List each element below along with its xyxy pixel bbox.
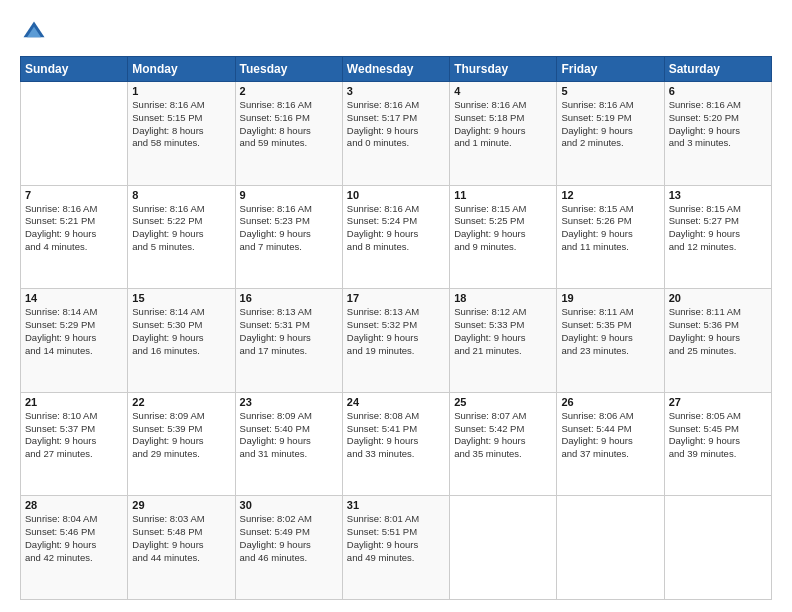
day-number: 6: [669, 85, 767, 97]
calendar-header-wednesday: Wednesday: [342, 57, 449, 82]
calendar-cell: 21Sunrise: 8:10 AMSunset: 5:37 PMDayligh…: [21, 392, 128, 496]
day-number: 16: [240, 292, 338, 304]
day-number: 17: [347, 292, 445, 304]
calendar-cell: 1Sunrise: 8:16 AMSunset: 5:15 PMDaylight…: [128, 82, 235, 186]
day-number: 25: [454, 396, 552, 408]
cell-info: Sunrise: 8:16 AMSunset: 5:17 PMDaylight:…: [347, 99, 445, 150]
cell-info: Sunrise: 8:10 AMSunset: 5:37 PMDaylight:…: [25, 410, 123, 461]
calendar-cell: 5Sunrise: 8:16 AMSunset: 5:19 PMDaylight…: [557, 82, 664, 186]
logo: [20, 18, 52, 46]
calendar-cell: 22Sunrise: 8:09 AMSunset: 5:39 PMDayligh…: [128, 392, 235, 496]
day-number: 14: [25, 292, 123, 304]
cell-info: Sunrise: 8:16 AMSunset: 5:24 PMDaylight:…: [347, 203, 445, 254]
calendar-cell: 20Sunrise: 8:11 AMSunset: 5:36 PMDayligh…: [664, 289, 771, 393]
calendar-header-tuesday: Tuesday: [235, 57, 342, 82]
day-number: 2: [240, 85, 338, 97]
calendar-cell: 2Sunrise: 8:16 AMSunset: 5:16 PMDaylight…: [235, 82, 342, 186]
calendar-cell: [450, 496, 557, 600]
calendar-cell: 17Sunrise: 8:13 AMSunset: 5:32 PMDayligh…: [342, 289, 449, 393]
calendar-cell: 19Sunrise: 8:11 AMSunset: 5:35 PMDayligh…: [557, 289, 664, 393]
calendar-cell: 16Sunrise: 8:13 AMSunset: 5:31 PMDayligh…: [235, 289, 342, 393]
calendar-cell: [664, 496, 771, 600]
calendar-header-monday: Monday: [128, 57, 235, 82]
cell-info: Sunrise: 8:11 AMSunset: 5:35 PMDaylight:…: [561, 306, 659, 357]
cell-info: Sunrise: 8:08 AMSunset: 5:41 PMDaylight:…: [347, 410, 445, 461]
calendar-cell: 13Sunrise: 8:15 AMSunset: 5:27 PMDayligh…: [664, 185, 771, 289]
cell-info: Sunrise: 8:06 AMSunset: 5:44 PMDaylight:…: [561, 410, 659, 461]
calendar-cell: 10Sunrise: 8:16 AMSunset: 5:24 PMDayligh…: [342, 185, 449, 289]
day-number: 8: [132, 189, 230, 201]
calendar-table: SundayMondayTuesdayWednesdayThursdayFrid…: [20, 56, 772, 600]
day-number: 23: [240, 396, 338, 408]
calendar-week-row: 7Sunrise: 8:16 AMSunset: 5:21 PMDaylight…: [21, 185, 772, 289]
calendar-cell: 9Sunrise: 8:16 AMSunset: 5:23 PMDaylight…: [235, 185, 342, 289]
calendar-cell: 26Sunrise: 8:06 AMSunset: 5:44 PMDayligh…: [557, 392, 664, 496]
calendar-cell: [21, 82, 128, 186]
cell-info: Sunrise: 8:16 AMSunset: 5:21 PMDaylight:…: [25, 203, 123, 254]
calendar-week-row: 14Sunrise: 8:14 AMSunset: 5:29 PMDayligh…: [21, 289, 772, 393]
calendar-cell: 25Sunrise: 8:07 AMSunset: 5:42 PMDayligh…: [450, 392, 557, 496]
cell-info: Sunrise: 8:07 AMSunset: 5:42 PMDaylight:…: [454, 410, 552, 461]
cell-info: Sunrise: 8:15 AMSunset: 5:26 PMDaylight:…: [561, 203, 659, 254]
day-number: 20: [669, 292, 767, 304]
calendar-week-row: 1Sunrise: 8:16 AMSunset: 5:15 PMDaylight…: [21, 82, 772, 186]
calendar-cell: 3Sunrise: 8:16 AMSunset: 5:17 PMDaylight…: [342, 82, 449, 186]
cell-info: Sunrise: 8:16 AMSunset: 5:20 PMDaylight:…: [669, 99, 767, 150]
calendar-cell: 11Sunrise: 8:15 AMSunset: 5:25 PMDayligh…: [450, 185, 557, 289]
day-number: 19: [561, 292, 659, 304]
cell-info: Sunrise: 8:01 AMSunset: 5:51 PMDaylight:…: [347, 513, 445, 564]
header: [20, 18, 772, 46]
calendar-header-saturday: Saturday: [664, 57, 771, 82]
cell-info: Sunrise: 8:16 AMSunset: 5:22 PMDaylight:…: [132, 203, 230, 254]
calendar-header-thursday: Thursday: [450, 57, 557, 82]
calendar-cell: 24Sunrise: 8:08 AMSunset: 5:41 PMDayligh…: [342, 392, 449, 496]
calendar-cell: 28Sunrise: 8:04 AMSunset: 5:46 PMDayligh…: [21, 496, 128, 600]
day-number: 9: [240, 189, 338, 201]
calendar-cell: 30Sunrise: 8:02 AMSunset: 5:49 PMDayligh…: [235, 496, 342, 600]
logo-icon: [20, 18, 48, 46]
day-number: 11: [454, 189, 552, 201]
calendar-header-friday: Friday: [557, 57, 664, 82]
cell-info: Sunrise: 8:16 AMSunset: 5:23 PMDaylight:…: [240, 203, 338, 254]
cell-info: Sunrise: 8:03 AMSunset: 5:48 PMDaylight:…: [132, 513, 230, 564]
cell-info: Sunrise: 8:16 AMSunset: 5:15 PMDaylight:…: [132, 99, 230, 150]
calendar-cell: 12Sunrise: 8:15 AMSunset: 5:26 PMDayligh…: [557, 185, 664, 289]
cell-info: Sunrise: 8:11 AMSunset: 5:36 PMDaylight:…: [669, 306, 767, 357]
page: SundayMondayTuesdayWednesdayThursdayFrid…: [0, 0, 792, 612]
cell-info: Sunrise: 8:15 AMSunset: 5:25 PMDaylight:…: [454, 203, 552, 254]
day-number: 22: [132, 396, 230, 408]
cell-info: Sunrise: 8:14 AMSunset: 5:30 PMDaylight:…: [132, 306, 230, 357]
day-number: 18: [454, 292, 552, 304]
cell-info: Sunrise: 8:16 AMSunset: 5:18 PMDaylight:…: [454, 99, 552, 150]
calendar-cell: 14Sunrise: 8:14 AMSunset: 5:29 PMDayligh…: [21, 289, 128, 393]
calendar-week-row: 28Sunrise: 8:04 AMSunset: 5:46 PMDayligh…: [21, 496, 772, 600]
calendar-cell: 4Sunrise: 8:16 AMSunset: 5:18 PMDaylight…: [450, 82, 557, 186]
day-number: 31: [347, 499, 445, 511]
cell-info: Sunrise: 8:13 AMSunset: 5:31 PMDaylight:…: [240, 306, 338, 357]
calendar-cell: 27Sunrise: 8:05 AMSunset: 5:45 PMDayligh…: [664, 392, 771, 496]
cell-info: Sunrise: 8:05 AMSunset: 5:45 PMDaylight:…: [669, 410, 767, 461]
cell-info: Sunrise: 8:02 AMSunset: 5:49 PMDaylight:…: [240, 513, 338, 564]
calendar-header-sunday: Sunday: [21, 57, 128, 82]
day-number: 3: [347, 85, 445, 97]
day-number: 30: [240, 499, 338, 511]
day-number: 13: [669, 189, 767, 201]
calendar-cell: 31Sunrise: 8:01 AMSunset: 5:51 PMDayligh…: [342, 496, 449, 600]
calendar-cell: 7Sunrise: 8:16 AMSunset: 5:21 PMDaylight…: [21, 185, 128, 289]
calendar-cell: 8Sunrise: 8:16 AMSunset: 5:22 PMDaylight…: [128, 185, 235, 289]
cell-info: Sunrise: 8:09 AMSunset: 5:40 PMDaylight:…: [240, 410, 338, 461]
calendar-week-row: 21Sunrise: 8:10 AMSunset: 5:37 PMDayligh…: [21, 392, 772, 496]
day-number: 5: [561, 85, 659, 97]
calendar-cell: 18Sunrise: 8:12 AMSunset: 5:33 PMDayligh…: [450, 289, 557, 393]
calendar-cell: 15Sunrise: 8:14 AMSunset: 5:30 PMDayligh…: [128, 289, 235, 393]
cell-info: Sunrise: 8:09 AMSunset: 5:39 PMDaylight:…: [132, 410, 230, 461]
cell-info: Sunrise: 8:14 AMSunset: 5:29 PMDaylight:…: [25, 306, 123, 357]
calendar-cell: [557, 496, 664, 600]
day-number: 7: [25, 189, 123, 201]
day-number: 10: [347, 189, 445, 201]
calendar-cell: 29Sunrise: 8:03 AMSunset: 5:48 PMDayligh…: [128, 496, 235, 600]
day-number: 15: [132, 292, 230, 304]
day-number: 1: [132, 85, 230, 97]
day-number: 27: [669, 396, 767, 408]
day-number: 24: [347, 396, 445, 408]
